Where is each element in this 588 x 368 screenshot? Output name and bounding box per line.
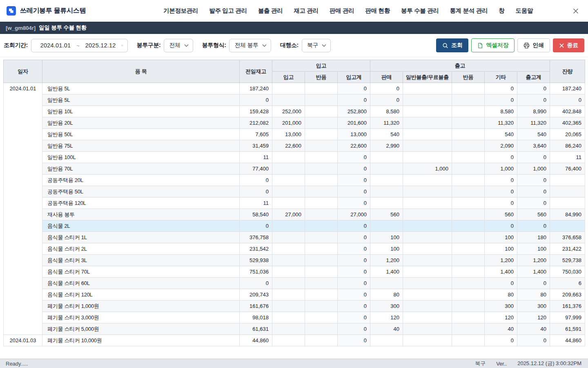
cell-value [305,278,338,289]
cell-value: 13,000 [338,129,370,140]
cell-value: 100 [370,232,403,243]
table-row[interactable]: 일반용 5L000000 [4,94,585,106]
cell-item: 폐기물 스티커 10,000원 [42,335,240,346]
cell-value: 0 [485,197,517,209]
cell-value: 20,065 [550,129,585,140]
window-close-icon[interactable] [572,8,579,14]
cell-value: 0 [517,152,550,163]
cell-value [452,266,485,278]
cell-value: 529,938 [240,255,272,266]
bag-type-select[interactable]: 전체 [164,39,193,52]
grid-body: 2024.01.01일반용 5L187,2400000187,240일반용 5L… [4,83,585,346]
quit-button-label: 종료 [567,42,578,49]
search-icon [442,43,448,49]
cell-value [452,209,485,220]
cell-value: 0 [517,94,550,106]
table-row[interactable]: 2024.01.03폐기물 스티커 10,000원44,86000044,860 [4,335,585,346]
table-row[interactable]: 음식물 스티커 120L209,7430808080209,663 [4,289,585,301]
table-row[interactable]: 폐기물 스티커 3,000원98,018012012012097,999 [4,312,585,323]
cell-value [272,323,305,335]
table-row[interactable]: 폐기물 스티커 5,000원61,631040404061,591 [4,323,585,335]
cell-value [452,243,485,255]
table-row[interactable]: 일반용 100L1100011 [4,152,585,163]
cell-value [272,312,305,323]
table-row[interactable]: 음식물 2L0000 [4,220,585,232]
col-header-issue: 일반불출/무료불출 [403,72,452,83]
date-range-input[interactable]: 2024.01.01 ~ 2025.12.12 [31,39,128,52]
cell-value: 2,090 [485,140,517,152]
window-code: [w_gm804r] [6,25,36,31]
cell-item: 폐기물 스티커 5,000원 [42,323,240,335]
menu-item-1[interactable]: 기본정보관리 [163,7,198,15]
cell-value [370,278,403,289]
menu-item-2[interactable]: 발주 입고 관리 [209,7,247,15]
col-header-sale: 판매 [370,72,403,83]
cell-value [452,289,485,301]
agency-select[interactable]: 북구 [302,39,331,52]
menu-item-4[interactable]: 재고 관리 [294,7,318,15]
quit-button[interactable]: 종료 [553,38,584,52]
cell-value: 86,240 [550,140,585,152]
table-row[interactable]: 음식물 스티커 70L751,03601,4001,4001,400750,03… [4,266,585,278]
excel-save-button[interactable]: 엑셀저장 [471,38,514,52]
cell-value: 11,320 [485,117,517,129]
cell-value: 187,240 [550,83,585,94]
cell-value [452,278,485,289]
cell-value: 161,376 [550,301,585,312]
date-from-value[interactable]: 2024.01.01 [40,42,71,49]
date-to-value[interactable]: 2025.12.12 [85,42,116,49]
table-row[interactable]: 음식물 스티커 2L231,5420100100100231,422 [4,243,585,255]
cell-value: 0 [338,163,370,175]
cell-item: 일반용 5L [42,83,240,94]
table-row[interactable]: 공동주택용 120L11000 [4,197,585,209]
cell-value: 1,200 [370,255,403,266]
cell-value: 0 [517,197,550,209]
cell-value [272,266,305,278]
print-button[interactable]: 인쇄 [517,38,550,52]
cell-value [370,335,403,346]
menu-item-3[interactable]: 불출 관리 [258,7,283,15]
app-window: 쓰레기봉투 물류시스템 기본정보관리발주 입고 관리불출 관리재고 관리판매 관… [0,0,588,368]
table-row[interactable]: 일반용 75L31,45922,60022,6002,9902,0903,640… [4,140,585,152]
bag-format-select[interactable]: 전체 봉투 [229,39,271,52]
cell-value [452,83,485,94]
table-row[interactable]: 음식물 스티커 3L529,93801,2001,2001,200529,738 [4,255,585,266]
menu-item-9[interactable]: 창 [499,7,504,15]
table-row[interactable]: 음식물 스티커 60L00006 [4,278,585,289]
table-row[interactable]: 공동주택용 20L0000 [4,175,585,186]
cell-value [305,186,338,197]
table-row[interactable]: 음식물 스티커 1L376,7580100100180376,658 [4,232,585,243]
cell-value: 120 [485,312,517,323]
excel-file-icon [477,43,483,49]
menu-item-6[interactable]: 판매 현황 [365,7,390,15]
menu-item-5[interactable]: 판매 관리 [330,7,354,15]
table-row[interactable]: 일반용 70L77,40001,0001,0001,00076,400 [4,163,585,175]
cell-value: 0 [485,186,517,197]
table-row[interactable]: 일반용 50L7,60513,00013,00054054054020,065 [4,129,585,140]
menu-item-10[interactable]: 도움말 [516,7,533,15]
menu-item-7[interactable]: 봉투 수불 관리 [401,7,439,15]
cell-value: 27,000 [272,209,305,220]
table-row[interactable]: 2024.01.01일반용 5L187,2400000187,240 [4,83,585,94]
cell-value: 0 [338,289,370,301]
cell-value [305,335,338,346]
search-button[interactable]: 조회 [436,38,468,52]
menu-item-8[interactable]: 통계 분석 관리 [450,7,488,15]
cell-value [452,140,485,152]
cell-value [305,301,338,312]
table-row[interactable]: 폐기물 스티커 1,000원161,6760300300300161,376 [4,301,585,312]
table-row[interactable]: 재사용 봉투58,54027,00027,00056056056084,990 [4,209,585,220]
cell-value [305,152,338,163]
table-row[interactable]: 일반용 20L212,082201,000201,60011,32011,320… [4,117,585,129]
close-icon [559,43,564,48]
cell-value: 0 [370,83,403,94]
cell-value [305,266,338,278]
table-row[interactable]: 공동주택용 50L0000 [4,186,585,197]
calendar-icon[interactable] [121,43,123,49]
cell-value: 0 [338,323,370,335]
cell-value: 98,018 [240,312,272,323]
cell-value [403,335,452,346]
table-row[interactable]: 일반용 10L159,428252,000252,8008,5808,5808,… [4,106,585,117]
cell-value: 0 [240,94,272,106]
agency-label: 대행소: [280,42,298,49]
